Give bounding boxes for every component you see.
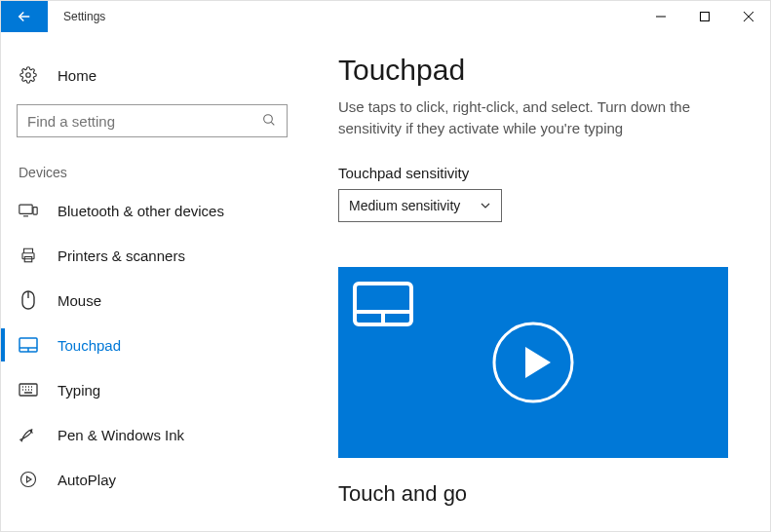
minimize-button[interactable] [638,1,682,32]
touchpad-glyph-icon [352,281,414,327]
svg-rect-4 [33,208,37,215]
sidebar-item-typing[interactable]: Typing [1,367,303,412]
main-content: Touchpad Use taps to click, right-click,… [303,32,770,531]
svg-point-2 [264,114,273,123]
svg-marker-11 [27,476,32,482]
close-icon [744,12,753,21]
titlebar: Settings [1,1,770,32]
svg-marker-14 [525,347,551,378]
touchpad-icon [19,337,38,353]
mouse-icon [21,290,35,310]
sidebar-group-label: Devices [19,165,303,180]
search-icon [261,112,277,131]
subheading: Touch and go [338,481,743,507]
svg-rect-3 [19,205,32,213]
touchpad-video-tile[interactable] [338,267,728,458]
close-button[interactable] [726,1,770,32]
sidebar: Home Devices Bluetooth & other devices P… [1,32,303,531]
sidebar-item-label: Typing [58,382,100,399]
chevron-down-icon [480,200,491,211]
sidebar-item-bluetooth[interactable]: Bluetooth & other devices [1,188,303,233]
sidebar-item-label: Pen & Windows Ink [58,427,184,443]
dropdown-value: Medium sensitivity [349,198,460,213]
sidebar-item-label: Touchpad [58,337,121,354]
page-title: Touchpad [338,54,743,87]
back-button[interactable] [1,1,48,32]
sidebar-item-label: Printers & scanners [58,247,185,264]
sidebar-item-label: Mouse [58,292,101,309]
minimize-icon [656,12,666,21]
sidebar-item-label: Bluetooth & other devices [58,203,224,219]
search-input[interactable] [27,113,261,130]
devices-icon [19,202,38,219]
sensitivity-dropdown[interactable]: Medium sensitivity [338,189,502,222]
home-label: Home [58,67,96,84]
maximize-button[interactable] [682,1,726,32]
sidebar-item-pen[interactable]: Pen & Windows Ink [1,412,303,457]
svg-rect-0 [700,13,709,21]
sidebar-item-mouse[interactable]: Mouse [1,278,303,323]
arrow-left-icon [16,8,33,25]
sidebar-item-label: AutoPlay [58,472,116,488]
window-title: Settings [48,1,105,32]
page-description: Use taps to click, right-click, and sele… [338,96,728,139]
printer-icon [19,247,37,264]
play-icon [492,322,574,403]
sensitivity-label: Touchpad sensitivity [338,165,743,181]
sidebar-item-autoplay[interactable]: AutoPlay [1,457,303,502]
sidebar-item-printers[interactable]: Printers & scanners [1,233,303,278]
svg-point-1 [26,73,31,78]
pen-icon [19,426,37,443]
home-nav[interactable]: Home [1,56,303,95]
sidebar-item-touchpad[interactable]: Touchpad [1,323,303,367]
maximize-icon [700,12,710,21]
autoplay-icon [19,471,37,488]
gear-icon [19,66,37,84]
keyboard-icon [19,383,38,397]
svg-point-10 [21,473,36,487]
search-box[interactable] [17,104,288,137]
